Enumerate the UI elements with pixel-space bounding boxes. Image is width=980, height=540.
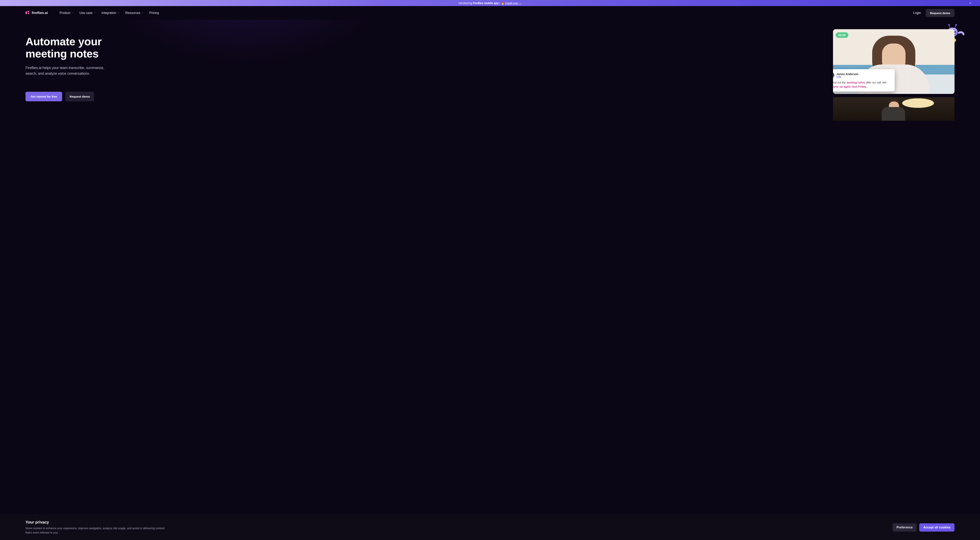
- nav-label: Integration: [102, 11, 116, 15]
- speaker-time: 1:21: [836, 76, 858, 78]
- tile-participant: [896, 97, 955, 121]
- nav-label: Product: [60, 11, 70, 15]
- video-timestamp-pill: 02:24: [836, 32, 848, 38]
- cookie-body: Store cookies to enhance your experience…: [25, 526, 170, 535]
- speaker-name: Janice Anderson: [836, 73, 858, 76]
- primary-nav: Product Use case Integration Resources P…: [60, 11, 159, 15]
- nav-pricing[interactable]: Pricing: [150, 11, 159, 15]
- login-link[interactable]: Login: [913, 11, 921, 15]
- person-illustration: [896, 97, 955, 121]
- nav-use-case[interactable]: Use case: [80, 11, 96, 15]
- site-header: fireflies.ai Product Use case Integratio…: [0, 6, 980, 20]
- transcript-highlight: sync up again next Friday.: [833, 85, 867, 88]
- hero-section: Automate your meeting notes Fireflies.ai…: [0, 20, 980, 129]
- nav-label: Use case: [80, 11, 92, 15]
- speaker-avatar-icon: [833, 72, 834, 79]
- transcript-highlight: meeting notes: [846, 81, 865, 84]
- get-started-button[interactable]: Get started for free: [25, 92, 62, 101]
- announce-install-link[interactable]: Install now →: [505, 2, 522, 5]
- nav-label: Resources: [125, 11, 140, 15]
- brand-logo-icon: [25, 11, 30, 15]
- transcript-text: I'll send out the meeting notes after ou…: [833, 81, 892, 89]
- chevron-down-icon: [118, 12, 120, 14]
- cookie-preference-button[interactable]: Preference: [892, 523, 917, 532]
- announce-suffix: ! 🔥: [500, 2, 504, 5]
- announcement-bar: Introducing Fireflies mobile app ! 🔥 Ins…: [0, 0, 980, 6]
- close-icon: [969, 2, 972, 5]
- hero-subtitle: Fireflies.ai helps your team transcribe,…: [25, 65, 116, 76]
- transcript-segment: I'll send out the: [833, 81, 846, 84]
- request-demo-button-hero[interactable]: Request demo: [65, 92, 94, 101]
- hero-visual: 02:24 Janice Anderson 1:21 I'll send out…: [833, 29, 955, 94]
- announce-bold: Fireflies mobile app: [473, 2, 498, 5]
- transcript-card: Janice Anderson 1:21 I'll send out the m…: [833, 69, 895, 92]
- brand-name: fireflies.ai: [32, 11, 48, 15]
- chevron-down-icon: [72, 12, 74, 14]
- chevron-down-icon: [142, 12, 144, 14]
- nav-resources[interactable]: Resources: [125, 11, 144, 15]
- hero-ctas: Get started for free Request demo: [25, 92, 955, 101]
- hero-title-line2: meeting notes: [25, 48, 99, 60]
- video-tile-main: 02:24 Janice Anderson 1:21 I'll send out…: [833, 29, 955, 94]
- cookie-title: Your privacy: [25, 520, 170, 524]
- chevron-down-icon: [94, 12, 96, 14]
- nav-integration[interactable]: Integration: [102, 11, 120, 15]
- hero-title-line1: Automate your: [25, 35, 102, 48]
- announce-close-button[interactable]: [968, 1, 972, 5]
- nav-product[interactable]: Product: [60, 11, 74, 15]
- brand-logo[interactable]: fireflies.ai: [25, 11, 48, 15]
- request-demo-button[interactable]: Request demo: [926, 9, 955, 17]
- hero-tiles: [833, 97, 955, 121]
- nav-label: Pricing: [150, 11, 159, 15]
- hero-title: Automate your meeting notes: [25, 35, 955, 60]
- cookie-accept-button[interactable]: Accept all cookies: [919, 523, 955, 532]
- cookie-banner: Your privacy Store cookies to enhance yo…: [0, 515, 980, 540]
- announce-intro: Introducing: [458, 2, 472, 5]
